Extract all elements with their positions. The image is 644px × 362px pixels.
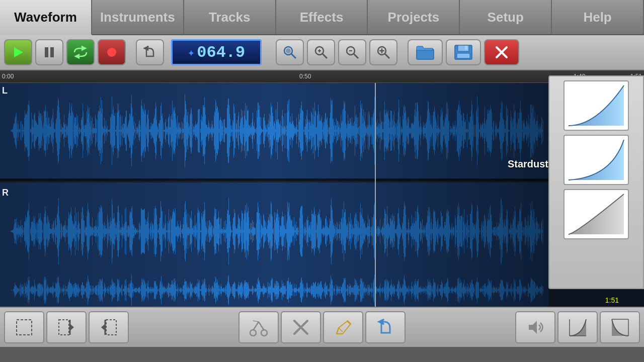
timeline-marker-50: 0:50 [299, 73, 311, 80]
svg-marker-32 [101, 324, 105, 331]
fade-out-button[interactable] [600, 311, 640, 343]
edit-tools [238, 311, 406, 343]
svg-rect-2 [50, 47, 54, 57]
svg-line-13 [354, 54, 358, 58]
volume-button[interactable] [515, 311, 555, 343]
time-display: ✦ 064.9 [171, 39, 262, 65]
fade-curve-2-button[interactable] [564, 135, 629, 185]
svg-rect-30 [106, 320, 116, 335]
undo-bottom-button[interactable] [365, 311, 406, 343]
bottom-toolbar [0, 307, 644, 347]
svg-line-15 [385, 54, 389, 58]
fade-panel [548, 75, 644, 289]
zoom-out-button[interactable] [338, 39, 366, 65]
svg-line-37 [253, 321, 259, 322]
tab-help[interactable]: Help [552, 0, 644, 35]
time-icon: ✦ [188, 45, 195, 60]
svg-rect-1 [45, 47, 48, 57]
svg-rect-23 [457, 53, 470, 58]
pause-button[interactable] [35, 39, 63, 65]
tab-projects[interactable]: Projects [368, 0, 460, 35]
zoom-in-button[interactable] [307, 39, 335, 65]
svg-point-5 [286, 48, 291, 53]
tab-effects[interactable]: Effects [276, 0, 368, 35]
top-nav: Waveform Instruments Tracks Effects Proj… [0, 0, 644, 35]
svg-marker-41 [529, 321, 537, 334]
fade-curve-1-button[interactable] [564, 80, 629, 131]
save-button[interactable] [446, 39, 481, 65]
svg-marker-0 [14, 47, 23, 57]
selection-tools [4, 311, 129, 343]
zoom-fit-button[interactable] [369, 39, 397, 65]
channel-r-label: R [2, 188, 9, 198]
svg-line-6 [291, 54, 296, 58]
svg-line-36 [259, 322, 264, 330]
time-value: 064.9 [197, 43, 245, 62]
play-button[interactable] [4, 39, 32, 65]
svg-rect-22 [465, 46, 467, 50]
svg-rect-26 [17, 320, 32, 335]
svg-line-10 [323, 54, 327, 58]
svg-point-3 [107, 48, 116, 57]
waveform-time-end: 1:51 [605, 296, 619, 304]
loop-button[interactable] [66, 39, 95, 65]
cut-button[interactable] [238, 311, 279, 343]
svg-rect-19 [417, 49, 434, 59]
timeline-marker-0: 0:00 [2, 73, 14, 80]
svg-rect-27 [59, 320, 69, 335]
fade-tools [515, 311, 640, 343]
undo-button[interactable] [136, 39, 164, 65]
main-toolbar: ✦ 064.9 [0, 35, 644, 70]
trim-left-button[interactable] [46, 311, 87, 343]
zoom-search-button[interactable] [276, 39, 304, 65]
open-button[interactable] [408, 39, 443, 65]
tab-setup[interactable]: Setup [460, 0, 552, 35]
delete-button[interactable] [281, 311, 321, 343]
trim-right-button[interactable] [89, 311, 129, 343]
record-button[interactable] [98, 39, 126, 65]
timeline-ruler: 0:00 0:50 1:40 1:51 [0, 70, 644, 83]
waveform-canvas[interactable] [0, 83, 548, 307]
svg-point-18 [380, 49, 383, 52]
stardust-label: Stardust [508, 158, 548, 170]
channel-l-label: L [2, 85, 8, 96]
waveform-area[interactable]: 0:00 0:50 1:40 1:51 L R 0:00 1:51 1:51 [0, 70, 644, 307]
svg-line-35 [253, 322, 259, 330]
fade-curve-3-button[interactable] [564, 189, 629, 239]
waveform-channels[interactable]: L R 0:00 1:51 1:51 [0, 83, 644, 307]
svg-point-33 [250, 330, 256, 336]
tab-tracks[interactable]: Tracks [184, 0, 276, 35]
close-button[interactable] [484, 39, 519, 65]
playhead [375, 83, 376, 307]
svg-line-40 [337, 328, 339, 334]
select-region-button[interactable] [4, 311, 44, 343]
tab-waveform[interactable]: Waveform [0, 0, 92, 35]
pencil-button[interactable] [323, 311, 363, 343]
tab-instruments[interactable]: Instruments [92, 0, 184, 35]
svg-marker-29 [70, 324, 74, 331]
svg-point-34 [261, 330, 267, 336]
fade-in-button[interactable] [557, 311, 598, 343]
